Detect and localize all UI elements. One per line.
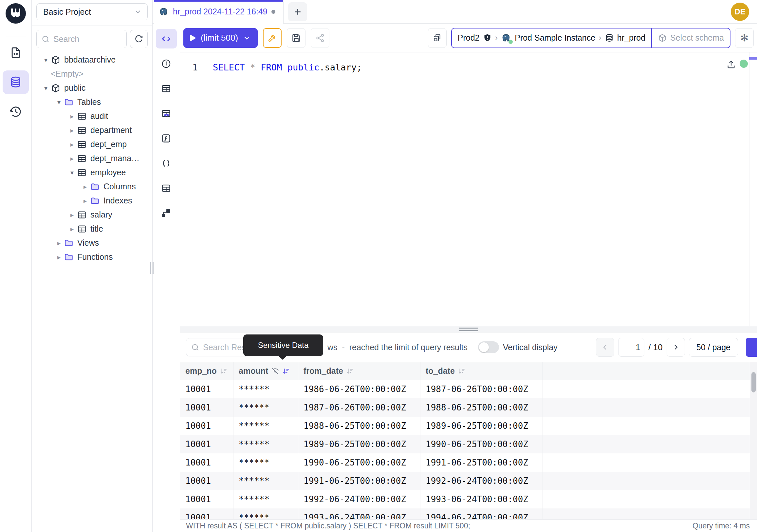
next-page-button[interactable] — [667, 338, 685, 357]
table-row[interactable]: 10001******1988-06-25T00:00:00Z1989-06-2… — [180, 417, 757, 435]
column-header-from_date[interactable]: from_date — [298, 362, 420, 380]
parameters-panel-button[interactable] — [156, 153, 177, 173]
share-button[interactable] — [311, 28, 329, 48]
chevron-down-icon[interactable] — [243, 34, 251, 42]
caret-right-icon[interactable]: ▸ — [67, 112, 77, 120]
caret-right-icon[interactable]: ▸ — [67, 155, 77, 163]
sort-icon[interactable] — [219, 367, 228, 375]
sidebar-search-input[interactable] — [53, 34, 122, 44]
caret-down-icon[interactable]: ▾ — [54, 98, 64, 106]
tables-panel-button[interactable] — [156, 78, 177, 98]
tree-item-dept-emp[interactable]: ▸dept_emp — [32, 137, 152, 151]
caret-right-icon[interactable]: ▸ — [54, 239, 64, 247]
caret-right-icon[interactable]: ▸ — [67, 225, 77, 233]
table-icon — [77, 154, 87, 164]
table-row[interactable]: 10001******1991-06-25T00:00:00Z1992-06-2… — [180, 472, 757, 490]
sort-icon[interactable] — [457, 367, 466, 375]
tree-item-bbdataarchive[interactable]: ▾bbdataarchive — [32, 53, 152, 67]
tree-item-tables[interactable]: ▾Tables — [32, 95, 152, 109]
code-panel-button[interactable] — [156, 29, 177, 48]
info-panel-button[interactable] — [156, 54, 177, 73]
caret-right-icon[interactable]: ▸ — [67, 211, 77, 219]
sort-icon[interactable] — [346, 367, 354, 375]
tree-item-employee[interactable]: ▾employee — [32, 166, 152, 179]
table-row[interactable]: 10001******1986-06-26T00:00:00Z1987-06-2… — [180, 380, 757, 398]
table-row[interactable]: 10001******1990-06-25T00:00:00Z1991-06-2… — [180, 454, 757, 472]
schema-diagram-panel-button[interactable] — [156, 203, 177, 223]
folder-icon — [90, 182, 100, 192]
panel-splitter[interactable] — [180, 326, 757, 332]
tab-hr-prod[interactable]: hr_prod 2024-11-22 16:49 — [154, 0, 284, 24]
caret-right-icon[interactable]: ▸ — [67, 141, 77, 148]
tree-item-indexes[interactable]: ▸Indexes — [32, 194, 152, 208]
postgres-icon — [501, 33, 511, 43]
history-nav-button[interactable] — [3, 100, 29, 123]
tree-item-views[interactable]: ▸Views — [32, 236, 152, 250]
share-icon — [315, 33, 325, 43]
history-icon — [9, 105, 22, 118]
bytebase-logo[interactable] — [6, 3, 26, 24]
refresh-button[interactable] — [130, 30, 148, 48]
tree-item-salary[interactable]: ▸salary — [32, 208, 152, 222]
eye-off-icon[interactable] — [271, 367, 279, 375]
tree-item-audit[interactable]: ▸audit — [32, 109, 152, 123]
tree-item-functions[interactable]: ▸Functions — [32, 250, 152, 264]
refresh-icon — [134, 34, 144, 44]
upload-icon[interactable] — [726, 60, 736, 70]
caret-down-icon[interactable]: ▾ — [41, 84, 51, 92]
results-scrollbar-thumb[interactable] — [751, 372, 756, 392]
masked-data-panel-button[interactable] — [156, 104, 177, 123]
ai-assistant-button[interactable]: ✻ — [735, 28, 754, 48]
schema-tree: ▾bbdataarchive<Empty>▾public▾Tables▸audi… — [32, 51, 152, 532]
database-nav-button[interactable] — [3, 71, 29, 94]
tree-item-label: dept_mana… — [90, 154, 139, 163]
table-row[interactable]: 10001******1989-06-25T00:00:00Z1990-06-2… — [180, 435, 757, 454]
tree-item-dept-mana[interactable]: ▸dept_mana… — [32, 151, 152, 166]
panel-edge-button[interactable] — [746, 338, 757, 357]
caret-down-icon[interactable]: ▾ — [67, 169, 77, 176]
caret-down-icon[interactable]: ▾ — [41, 56, 51, 64]
editor-scrollbar[interactable] — [749, 52, 757, 326]
save-button[interactable] — [287, 28, 306, 48]
sheet-panel-button[interactable] — [156, 178, 177, 198]
caret-right-icon[interactable]: ▸ — [67, 126, 77, 134]
format-sql-button[interactable] — [263, 28, 282, 48]
previous-page-button[interactable] — [596, 338, 614, 357]
project-selector[interactable]: Basic Project — [36, 3, 148, 20]
table-row[interactable]: 10001******1987-06-26T00:00:00Z1988-06-2… — [180, 398, 757, 417]
new-tab-button[interactable] — [288, 2, 307, 21]
tree-item-columns[interactable]: ▸Columns — [32, 179, 152, 194]
worksheet-nav-button[interactable] — [3, 41, 29, 65]
avatar[interactable]: DE — [731, 3, 749, 21]
tree-item-public[interactable]: ▾public — [32, 81, 152, 95]
run-query-button[interactable]: (limit 500) — [183, 28, 258, 48]
sql-editor[interactable]: 1 SELECT * FROM public.salary; — [180, 52, 757, 326]
function-icon — [161, 133, 171, 143]
table-cell — [543, 490, 757, 508]
table-row[interactable]: 10001******1993-06-24T00:00:00Z1994-06-2… — [180, 508, 757, 519]
caret-right-icon[interactable]: ▸ — [54, 253, 64, 261]
tree-item-title[interactable]: ▸title — [32, 222, 152, 236]
column-header-to_date[interactable]: to_date — [420, 362, 543, 380]
column-header-amount[interactable]: amount — [233, 362, 298, 380]
connection-context[interactable]: Prod2 › Prod Sample Instance — [452, 28, 651, 47]
tree-item-department[interactable]: ▸department — [32, 123, 152, 137]
column-name: to_date — [426, 366, 455, 376]
sidebar-search[interactable] — [36, 30, 127, 48]
schema-selector[interactable]: Select schema — [651, 28, 730, 47]
column-header-emp_no[interactable]: emp_no — [180, 362, 233, 380]
vertical-display-toggle[interactable] — [478, 341, 499, 353]
table-row[interactable]: 10001******1992-06-24T00:00:00Z1993-06-2… — [180, 490, 757, 508]
caret-right-icon[interactable]: ▸ — [80, 197, 90, 205]
worksheet-icon — [9, 46, 22, 59]
sort-icon[interactable] — [282, 367, 290, 375]
page-number-input[interactable] — [618, 338, 644, 357]
folder-icon — [64, 97, 74, 107]
batch-query-button[interactable] — [428, 28, 447, 48]
page-size-selector[interactable]: 50 / page — [689, 338, 738, 357]
caret-right-icon[interactable]: ▸ — [80, 183, 90, 191]
functions-panel-button[interactable] — [156, 128, 177, 148]
tree-item-empty[interactable]: <Empty> — [32, 67, 152, 81]
results-scrollbar[interactable] — [750, 362, 757, 519]
sidebar-resize-handle[interactable] — [150, 262, 154, 274]
